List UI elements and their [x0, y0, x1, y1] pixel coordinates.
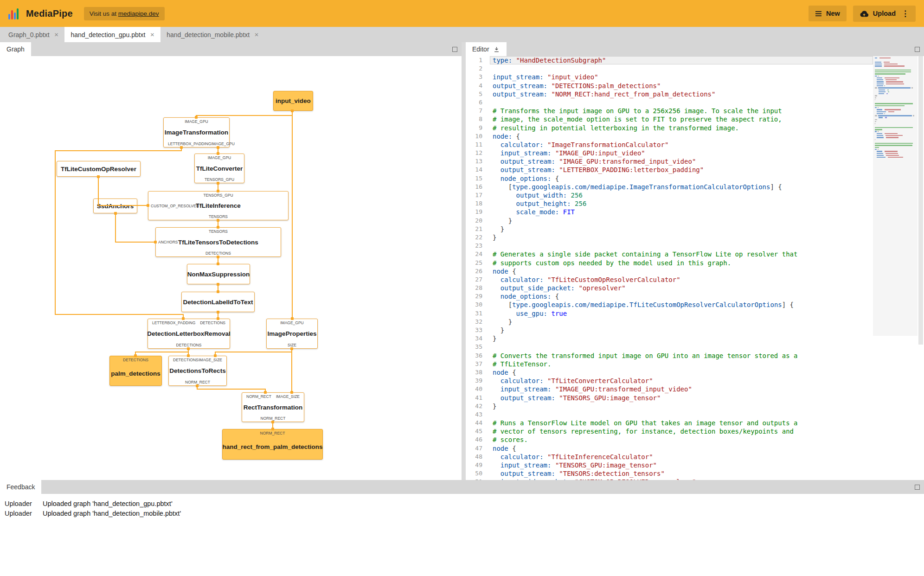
code-line[interactable]: 9# resulting in potential letterboxing i…	[466, 124, 873, 132]
graph-node-image-transformation[interactable]: IMAGE_GPU ImageTransformation LETTERBOX_…	[163, 117, 230, 147]
code-line[interactable]: 7# Transforms the input image on GPU to …	[466, 107, 873, 115]
scrollbar-thumb[interactable]	[918, 56, 923, 345]
code-editor[interactable]: 1type: "HandDetectionSubgraph"23input_st…	[466, 56, 924, 480]
node-label: hand_rect_from_palm_detections	[225, 435, 321, 458]
file-tab-hand-detection-mobile[interactable]: hand_detection_mobile.pbtxt ✕	[160, 27, 265, 42]
code-line[interactable]: 3input_stream: "input_video"	[466, 73, 873, 81]
code-line[interactable]: 40 input_stream: "IMAGE_GPU:transformed_…	[466, 385, 873, 393]
code-line[interactable]: 41 output_stream: "TENSORS_GPU:image_ten…	[466, 394, 873, 402]
menu-icon	[815, 11, 822, 17]
code-line[interactable]: 51 input_side_packet: "CUSTOM_OP_RESOLVE…	[466, 478, 873, 480]
code-line[interactable]: 18 output_height: 256	[466, 199, 873, 208]
code-line[interactable]: 21 }	[466, 225, 873, 233]
code-line[interactable]: 44# Runs a TensorFlow Lite model on GPU …	[466, 419, 873, 427]
file-tab-hand-detection-gpu[interactable]: hand_detection_gpu.pbtxt ✕	[64, 27, 160, 42]
feedback-tab[interactable]: Feedback	[0, 480, 41, 494]
download-icon[interactable]	[493, 46, 500, 53]
code-line[interactable]: 14 output_stream: "LETTERBOX_PADDING:let…	[466, 166, 873, 174]
editor-tab-label: Editor	[472, 45, 489, 53]
code-line[interactable]: 20 }	[466, 217, 873, 225]
code-line[interactable]: 22}	[466, 233, 873, 242]
maximize-icon[interactable]	[915, 485, 920, 490]
graph-node-input-video[interactable]: input_video	[273, 91, 313, 111]
code-line[interactable]: 11 calculator: "ImageTransformationCalcu…	[466, 141, 873, 149]
graph-node-palm-detections[interactable]: DETECTIONS palm_detections	[109, 356, 162, 386]
code-line[interactable]: 1type: "HandDetectionSubgraph"	[466, 56, 873, 64]
code-line[interactable]: 27 calculator: "TfLiteCustomOpResolverCa…	[466, 275, 873, 284]
code-line[interactable]: 50 output_stream: "TENSORS:detection_ten…	[466, 469, 873, 478]
close-icon[interactable]: ✕	[54, 32, 59, 38]
graph-node-tflite-inference[interactable]: TENSORS_GPU CUSTOM_OP_RESOLVER TfLiteInf…	[148, 191, 289, 220]
minimap[interactable]	[873, 56, 918, 480]
editor-scrollbar[interactable]	[918, 56, 924, 480]
port-label: IMAGE_GPU	[185, 119, 208, 124]
graph-node-non-max-suppression[interactable]: NonMaxSuppression	[187, 264, 250, 284]
code-line[interactable]: 29 node_options: {	[466, 292, 873, 301]
maximize-icon[interactable]	[452, 47, 457, 52]
code-line[interactable]: 13 output_stream: "IMAGE_GPU:transformed…	[466, 157, 873, 166]
graph-node-detections-to-rects[interactable]: DETECTIONS IMAGE_SIZE DetectionsToRects …	[168, 356, 227, 386]
upload-button[interactable]: Upload ⋮	[853, 6, 916, 22]
code-rows[interactable]: 1type: "HandDetectionSubgraph"23input_st…	[466, 56, 873, 480]
editor-tab[interactable]: Editor	[466, 42, 507, 56]
code-line[interactable]: 47node {	[466, 444, 873, 453]
mediapipe-dev-link[interactable]: mediapipe.dev	[118, 10, 159, 17]
code-line[interactable]: 33 }	[466, 326, 873, 334]
code-line[interactable]: 24# Generates a single side packet conta…	[466, 250, 873, 258]
file-tab-label: Graph_0.pbtxt	[8, 31, 50, 38]
new-button[interactable]: New	[808, 6, 847, 21]
code-line[interactable]: 23	[466, 242, 873, 250]
code-line[interactable]: 5output_stream: "NORM_RECT:hand_rect_fro…	[466, 90, 873, 98]
code-line[interactable]: 4output_stream: "DETECTIONS:palm_detecti…	[466, 82, 873, 90]
code-line[interactable]: 35	[466, 343, 873, 351]
code-line[interactable]: 32 }	[466, 318, 873, 326]
file-tab-graph-0[interactable]: Graph_0.pbtxt ✕	[2, 27, 64, 42]
code-line[interactable]: 8# image, the scale_mode option is set t…	[466, 115, 873, 123]
code-line[interactable]: 45# vector of tensors representing, for …	[466, 427, 873, 435]
close-icon[interactable]: ✕	[150, 32, 155, 38]
code-line[interactable]: 42}	[466, 402, 873, 410]
code-line[interactable]: 6	[466, 98, 873, 107]
code-line[interactable]: 31 use_gpu: true	[466, 309, 873, 318]
close-icon[interactable]: ✕	[254, 32, 259, 38]
port-label: NORM_RECT	[261, 416, 286, 421]
code-line[interactable]: 10node: {	[466, 132, 873, 141]
code-line[interactable]: 48 calculator: "TfLiteInferenceCalculato…	[466, 453, 873, 461]
port-label: NORM_RECT	[246, 394, 271, 399]
graph-node-tflite-tensors-to-detections[interactable]: TENSORS ANCHORS TfLiteTensorsToDetection…	[155, 227, 281, 257]
graph-node-ssd-anchors[interactable]: SsdAnchors	[93, 198, 137, 213]
code-line[interactable]: 46# scores.	[466, 435, 873, 444]
code-line[interactable]: 19 scale_mode: FIT	[466, 208, 873, 216]
graph-node-rect-transformation[interactable]: NORM_RECT IMAGE_SIZE RectTransformation …	[242, 392, 304, 422]
code-line[interactable]: 2	[466, 64, 873, 73]
code-line[interactable]: 34}	[466, 334, 873, 343]
editor-panel-strip: Editor	[466, 42, 924, 56]
feedback-entry: Uploader Uploaded graph 'hand_detection_…	[0, 507, 924, 517]
code-line[interactable]: 36# Converts the transformed input image…	[466, 352, 873, 360]
graph-node-detection-label-id-to-text[interactable]: DetectionLabelIdToText	[181, 292, 255, 312]
code-line[interactable]: 30 [type.googleapis.com/mediapipe.TfLite…	[466, 301, 873, 309]
code-line[interactable]: 26node {	[466, 267, 873, 275]
code-line[interactable]: 12 input_stream: "IMAGE_GPU:input_video"	[466, 149, 873, 157]
graph-tab[interactable]: Graph	[0, 42, 31, 56]
graph-node-hand-rect-from-palm-detections[interactable]: NORM_RECT hand_rect_from_palm_detections	[222, 429, 323, 460]
code-line[interactable]: 16 [type.googleapis.com/mediapipe.ImageT…	[466, 183, 873, 191]
graph-node-tflite-converter[interactable]: IMAGE_GPU TfLiteConverter TENSORS_GPU	[194, 154, 244, 183]
code-line[interactable]: 17 output_width: 256	[466, 191, 873, 199]
graph-node-detection-letterbox-removal[interactable]: LETTERBOX_PADDING DETECTIONS DetectionLe…	[148, 319, 230, 349]
code-line[interactable]: 15 node_options: {	[466, 174, 873, 183]
code-line[interactable]: 28 output_side_packet: "opresolver"	[466, 284, 873, 292]
code-line[interactable]: 39 calculator: "TfLiteConverterCalculato…	[466, 377, 873, 385]
code-line[interactable]: 25# supports custom ops needed by the mo…	[466, 259, 873, 267]
code-line[interactable]: 37# TfLiteTensor.	[466, 360, 873, 368]
line-number: 12	[466, 149, 490, 157]
kebab-menu-icon[interactable]: ⋮	[901, 10, 909, 18]
code-line[interactable]: 43	[466, 410, 873, 419]
graph-node-image-properties[interactable]: IMAGE_GPU ImageProperties SIZE	[266, 319, 318, 349]
code-line[interactable]: 38node {	[466, 368, 873, 377]
graph-node-tflite-custom-op-resolver[interactable]: TfLiteCustomOpResolver	[57, 161, 141, 177]
code-line[interactable]: 49 input_stream: "TENSORS_GPU:image_tens…	[466, 461, 873, 469]
line-number: 30	[466, 301, 490, 309]
maximize-icon[interactable]	[915, 47, 920, 52]
graph-canvas[interactable]: input_video IMAGE_GPU ImageTransformatio…	[0, 56, 462, 480]
